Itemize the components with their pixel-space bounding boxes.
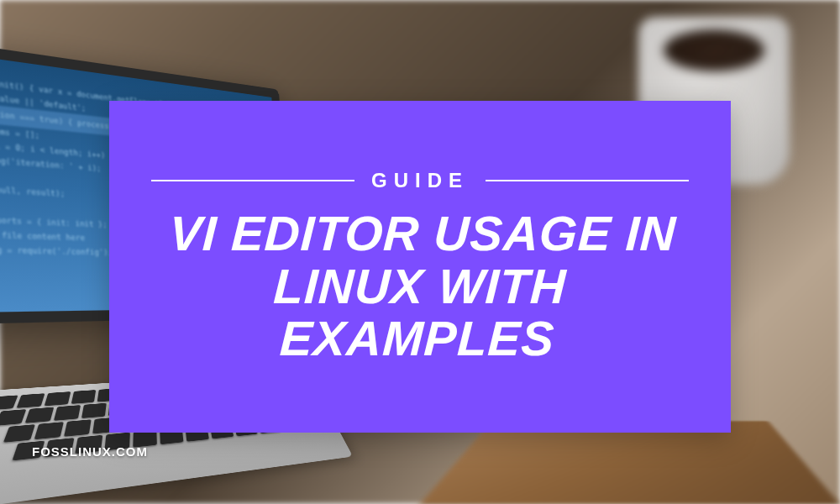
- guide-label: GUIDE: [371, 169, 469, 192]
- main-title: VI EDITOR USAGE IN LINUX WITH EXAMPLES: [147, 207, 693, 365]
- guide-label-row: GUIDE: [151, 169, 689, 192]
- site-watermark: FOSSLINUX.COM: [32, 444, 148, 459]
- title-card: GUIDE VI EDITOR USAGE IN LINUX WITH EXAM…: [109, 101, 731, 433]
- wood-desk-surface: [420, 421, 840, 504]
- divider-right: [486, 180, 689, 181]
- mug-coffee: [664, 29, 764, 71]
- divider-left: [151, 180, 354, 181]
